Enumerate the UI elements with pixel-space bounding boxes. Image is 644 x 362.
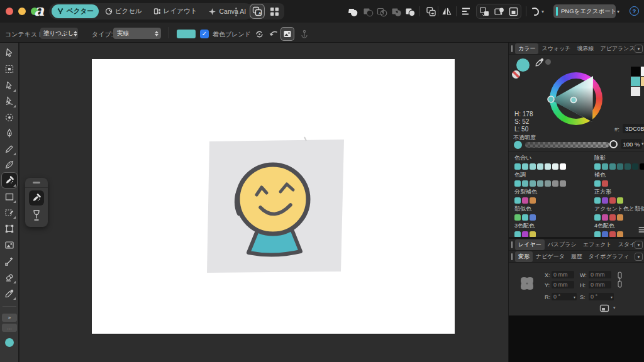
color-tab-アピアランス[interactable]: アピアランス: [597, 43, 638, 54]
harmony-swatch[interactable]: [522, 214, 528, 221]
harmony-swatch[interactable]: [530, 163, 536, 170]
boolean-intersect-button[interactable]: [375, 5, 388, 18]
harmony-swatch[interactable]: [594, 163, 601, 170]
more-personas-icon[interactable]: [235, 8, 237, 18]
harmony-swatch[interactable]: [594, 197, 601, 204]
harmony-swatch[interactable]: [530, 214, 536, 221]
harmony-swatch[interactable]: [617, 214, 623, 221]
color-tab-境界線[interactable]: 境界線: [574, 43, 597, 54]
eyedropper-icon[interactable]: [534, 57, 545, 68]
rectangle-tool[interactable]: [2, 189, 17, 204]
boolean-divide-button[interactable]: [404, 5, 416, 18]
h-field[interactable]: 0 mm: [589, 281, 611, 288]
pen-tool[interactable]: [2, 126, 17, 141]
harmony-swatch[interactable]: [522, 180, 528, 187]
hue-knob[interactable]: [548, 96, 554, 102]
toggle-ui-button[interactable]: A: [250, 4, 264, 18]
boolean-add-button[interactable]: [347, 5, 359, 18]
harmony-swatch[interactable]: [552, 163, 558, 170]
harmony-swatch[interactable]: [640, 163, 644, 170]
artboard[interactable]: [92, 59, 455, 334]
persona-tab-Canva AI[interactable]: Canva AI: [203, 4, 251, 18]
harmony-swatch[interactable]: [602, 180, 608, 187]
persona-tab-ピクセル[interactable]: ピクセル: [100, 4, 147, 18]
harmony-swatch[interactable]: [617, 163, 623, 170]
anchor-point-selector[interactable]: [519, 275, 535, 292]
harmony-swatch[interactable]: [594, 180, 601, 187]
persona-tab-ベクター[interactable]: ベクター: [52, 4, 99, 18]
harmony-swatch[interactable]: [537, 163, 543, 170]
harmony-swatch[interactable]: [609, 163, 616, 170]
shape-builder-tool[interactable]: [2, 205, 17, 220]
harmony-swatch[interactable]: [560, 180, 566, 187]
opacity-slider-knob[interactable]: [609, 140, 618, 148]
transform-tab-タイポグラフィ[interactable]: タイポグラフィ: [586, 251, 632, 262]
x-field[interactable]: 0 mm: [552, 271, 574, 278]
expand-tools-button[interactable]: »: [2, 314, 17, 322]
layers-options-icon[interactable]: ▾: [635, 241, 643, 249]
palette-menu-icon[interactable]: [638, 226, 644, 233]
current-fill-indicator[interactable]: [5, 338, 14, 347]
harmony-swatch[interactable]: [602, 197, 608, 204]
flyout-paint-brush-tool[interactable]: [29, 190, 44, 206]
image-placement-button[interactable]: [281, 28, 294, 40]
persona-tab-レイアウト[interactable]: レイアウト: [148, 4, 203, 18]
transform-mode-icon[interactable]: [599, 304, 609, 312]
measure-tool[interactable]: [2, 254, 17, 269]
color-options-icon[interactable]: ▾: [635, 45, 643, 53]
harmony-swatch[interactable]: [594, 214, 601, 221]
sync-defaults-button[interactable]: [253, 28, 265, 40]
studio-grid-button[interactable]: [267, 4, 281, 18]
harmony-swatch[interactable]: [537, 180, 543, 187]
harmony-swatch[interactable]: [609, 214, 616, 221]
minimize-window-button[interactable]: [18, 8, 26, 15]
r-field[interactable]: 0 °▾: [552, 293, 577, 300]
hex-field[interactable]: 3DC0BE: [623, 124, 644, 133]
boolean-xor-button[interactable]: [390, 5, 402, 18]
transform-options-icon[interactable]: ▾: [635, 253, 643, 261]
harmony-swatch[interactable]: [514, 163, 521, 170]
contour-tool[interactable]: [2, 94, 17, 109]
flyout-drag-handle[interactable]: [33, 182, 40, 184]
help-button[interactable]: ?: [630, 6, 639, 16]
harmony-swatch[interactable]: [552, 180, 558, 187]
transform-tab-変形[interactable]: 変形: [515, 251, 533, 262]
harmony-swatch[interactable]: [530, 197, 536, 204]
color-tab-カラー[interactable]: カラー: [515, 43, 538, 54]
harmony-swatch[interactable]: [514, 214, 521, 221]
s-field[interactable]: 0 °▾: [589, 293, 614, 300]
recent-swatch[interactable]: [631, 77, 640, 86]
harmony-swatch[interactable]: [514, 180, 521, 187]
move-to-front-icon[interactable]: [479, 6, 490, 17]
harmony-swatch[interactable]: [625, 163, 631, 170]
opacity-value[interactable]: 100 %: [621, 139, 642, 149]
context-select[interactable]: 塗りつぶし: [40, 28, 78, 39]
transform-tab-ナビゲータ[interactable]: ナビゲータ: [533, 251, 568, 262]
color-triangle[interactable]: [547, 69, 606, 128]
point-transform-tool[interactable]: [2, 110, 17, 125]
snapping-dropdown[interactable]: ▾: [540, 5, 546, 18]
y-field[interactable]: 0 mm: [552, 281, 574, 288]
move-tool[interactable]: [2, 45, 17, 60]
export-button[interactable]: PNGをエクスポート: [553, 4, 616, 18]
transform-mode-dropdown[interactable]: ▾: [613, 305, 616, 310]
w-field[interactable]: 0 mm: [589, 271, 611, 278]
harmony-swatch[interactable]: [632, 163, 638, 170]
harmony-swatch[interactable]: [545, 163, 551, 170]
harmony-swatch[interactable]: [617, 197, 623, 204]
stroke-type-select[interactable]: 実線: [113, 28, 161, 39]
harmony-swatch[interactable]: [609, 197, 616, 204]
link-dimensions-icon[interactable]: [617, 272, 623, 289]
revert-defaults-button[interactable]: [267, 28, 280, 40]
harmony-swatch[interactable]: [514, 197, 521, 204]
colour-blend-checkbox[interactable]: ✓: [200, 30, 209, 38]
insert-behind-icon[interactable]: [494, 6, 504, 17]
sl-knob[interactable]: [571, 97, 577, 103]
node-tool[interactable]: [2, 78, 17, 93]
active-color-swatch[interactable]: [516, 58, 530, 72]
close-window-button[interactable]: [6, 8, 13, 15]
recent-swatch[interactable]: [641, 67, 644, 76]
paint-brush-tool[interactable]: [2, 173, 17, 188]
canvas-viewport[interactable]: [19, 43, 508, 362]
insert-inside-icon[interactable]: [508, 6, 519, 17]
